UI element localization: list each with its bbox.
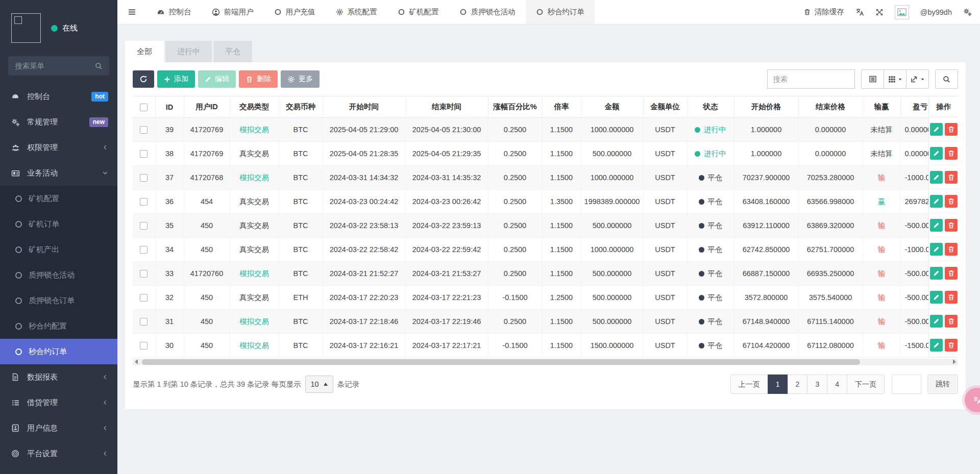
user-avatar[interactable] bbox=[895, 5, 909, 19]
table-search-input[interactable] bbox=[767, 69, 855, 89]
sidebar-item[interactable]: 控制台hot bbox=[0, 84, 117, 109]
sidebar-subitem[interactable]: 质押锁仓订单 bbox=[0, 288, 117, 313]
scrollbar-thumb[interactable] bbox=[142, 359, 860, 365]
table-row[interactable]: 31450模拟交易BTC2024-03-17 22:18:462024-03-1… bbox=[133, 310, 958, 334]
row-checkbox[interactable] bbox=[140, 222, 148, 230]
row-delete-button[interactable] bbox=[945, 195, 958, 208]
filter-tab[interactable]: 进行中 bbox=[165, 41, 212, 62]
row-delete-button[interactable] bbox=[945, 315, 958, 328]
row-edit-button[interactable] bbox=[930, 267, 943, 280]
add-button[interactable]: 添加 bbox=[157, 70, 195, 88]
row-delete-button[interactable] bbox=[945, 339, 958, 352]
page-button[interactable]: 2 bbox=[788, 375, 808, 394]
fullscreen-button[interactable] bbox=[875, 8, 884, 16]
column-header[interactable]: 状态 bbox=[687, 96, 734, 118]
sidebar-menu-search[interactable]: 搜索菜单 bbox=[8, 56, 109, 76]
row-delete-button[interactable] bbox=[945, 171, 958, 184]
row-edit-button[interactable] bbox=[930, 291, 943, 304]
page-jump-input[interactable] bbox=[892, 375, 921, 394]
select-all-checkbox[interactable] bbox=[140, 104, 148, 111]
nav-tab[interactable]: 用户充值 bbox=[264, 0, 326, 24]
row-checkbox[interactable] bbox=[140, 246, 148, 254]
prev-page-button[interactable]: 上一页 bbox=[730, 375, 768, 394]
row-delete-button[interactable] bbox=[945, 291, 958, 304]
filter-tab[interactable]: 平仓 bbox=[213, 41, 252, 62]
filter-tab[interactable]: 全部 bbox=[125, 41, 164, 62]
sidebar-subitem[interactable]: 矿机配置 bbox=[0, 186, 117, 211]
table-row[interactable]: 3741720768模拟交易BTC2024-03-31 14:34:322024… bbox=[133, 166, 958, 190]
row-checkbox[interactable] bbox=[140, 150, 148, 158]
column-header[interactable]: 开始价格 bbox=[734, 96, 798, 118]
row-checkbox[interactable] bbox=[140, 318, 148, 326]
row-checkbox[interactable] bbox=[140, 174, 148, 182]
table-row[interactable]: 34450真实交易BTC2024-03-22 22:58:422024-03-2… bbox=[133, 238, 958, 262]
table-row[interactable]: 35450真实交易BTC2024-03-22 23:58:132024-03-2… bbox=[133, 214, 958, 238]
table-row[interactable]: 30450模拟交易BTC2024-03-17 22:16:212024-03-1… bbox=[133, 334, 958, 358]
delete-button[interactable]: 删除 bbox=[239, 70, 278, 88]
table-row[interactable]: 3841720769真实交易BTC2025-04-05 21:28:352025… bbox=[133, 142, 958, 166]
row-delete-button[interactable] bbox=[945, 219, 958, 232]
edit-button[interactable]: 编辑 bbox=[198, 70, 236, 88]
column-header[interactable]: 倍率 bbox=[542, 96, 581, 118]
nav-tab[interactable]: 秒合约订单 bbox=[526, 0, 595, 24]
sidebar-subitem[interactable]: 质押锁仓活动 bbox=[0, 262, 117, 288]
next-page-button[interactable]: 下一页 bbox=[847, 375, 885, 394]
sidebar-item[interactable]: 平台设置 bbox=[0, 441, 117, 466]
per-page-select[interactable]: 10 bbox=[305, 376, 333, 393]
page-button[interactable]: 3 bbox=[807, 375, 827, 394]
scroll-left-arrow-icon[interactable] bbox=[135, 359, 138, 364]
table-row[interactable]: 3941720769模拟交易BTC2025-04-05 21:29:002025… bbox=[133, 118, 958, 142]
sidebar-item[interactable]: 用户信息 bbox=[0, 415, 117, 441]
sidebar-item[interactable]: 权限管理 bbox=[0, 135, 117, 160]
translate-button[interactable] bbox=[855, 8, 864, 16]
column-header[interactable]: 输赢 bbox=[863, 96, 900, 118]
column-header[interactable]: ID bbox=[155, 96, 184, 118]
search-submit-button[interactable] bbox=[935, 69, 958, 89]
row-edit-button[interactable] bbox=[930, 147, 943, 160]
row-edit-button[interactable] bbox=[930, 339, 943, 352]
row-checkbox[interactable] bbox=[140, 270, 148, 278]
column-header[interactable]: 开始时间 bbox=[323, 96, 405, 118]
columns-button[interactable] bbox=[884, 69, 906, 89]
row-edit-button[interactable] bbox=[930, 315, 943, 328]
row-delete-button[interactable] bbox=[945, 123, 958, 136]
sidebar-item[interactable]: 常规管理new bbox=[0, 109, 117, 135]
username-menu[interactable]: @by99dh bbox=[920, 8, 952, 16]
page-button[interactable]: 1 bbox=[768, 375, 788, 394]
nav-tab[interactable]: 质押锁仓活动 bbox=[449, 0, 526, 24]
more-button[interactable]: 更多 bbox=[281, 70, 320, 88]
column-header[interactable]: 涨幅百分比% bbox=[488, 96, 542, 118]
row-edit-button[interactable] bbox=[930, 243, 943, 256]
row-delete-button[interactable] bbox=[945, 243, 958, 256]
row-checkbox[interactable] bbox=[140, 126, 148, 134]
column-header[interactable]: 结束价格 bbox=[798, 96, 863, 118]
row-edit-button[interactable] bbox=[930, 219, 943, 232]
table-row[interactable]: 36454真实交易BTC2024-03-23 00:24:422024-03-2… bbox=[133, 190, 958, 214]
sidebar-subitem[interactable]: 矿机订单 bbox=[0, 211, 117, 237]
sidebar-subitem[interactable]: 矿机产出 bbox=[0, 237, 117, 262]
clear-cache-button[interactable]: 清除缓存 bbox=[803, 7, 844, 17]
column-header[interactable]: 交易币种 bbox=[279, 96, 323, 118]
page-jump-button[interactable]: 跳转 bbox=[927, 375, 958, 394]
avatar-broken-image[interactable] bbox=[11, 13, 41, 43]
row-delete-button[interactable] bbox=[945, 267, 958, 280]
sidebar-item[interactable]: 业务活动 bbox=[0, 160, 117, 186]
row-checkbox[interactable] bbox=[140, 342, 148, 350]
sidebar-subitem[interactable]: 秒合约订单 bbox=[0, 339, 117, 364]
sidebar-item[interactable]: 借贷管理 bbox=[0, 390, 117, 415]
table-row[interactable]: 3341720760模拟交易BTC2024-03-21 21:52:272024… bbox=[133, 262, 958, 286]
export-button[interactable] bbox=[906, 69, 929, 89]
refresh-button[interactable] bbox=[133, 70, 154, 88]
nav-tab[interactable]: 控制台 bbox=[146, 0, 202, 24]
hamburger-button[interactable] bbox=[117, 0, 146, 24]
detail-view-button[interactable] bbox=[861, 69, 884, 89]
nav-tab[interactable]: 系统配置 bbox=[326, 0, 387, 24]
horizontal-scrollbar[interactable] bbox=[133, 359, 958, 365]
row-edit-button[interactable] bbox=[930, 195, 943, 208]
row-delete-button[interactable] bbox=[945, 147, 958, 160]
column-header[interactable]: 金额 bbox=[581, 96, 643, 118]
sidebar-subitem[interactable]: 秒合约配置 bbox=[0, 313, 117, 339]
scroll-right-arrow-icon[interactable] bbox=[953, 359, 956, 364]
row-edit-button[interactable] bbox=[930, 171, 943, 184]
row-edit-button[interactable] bbox=[930, 123, 943, 136]
